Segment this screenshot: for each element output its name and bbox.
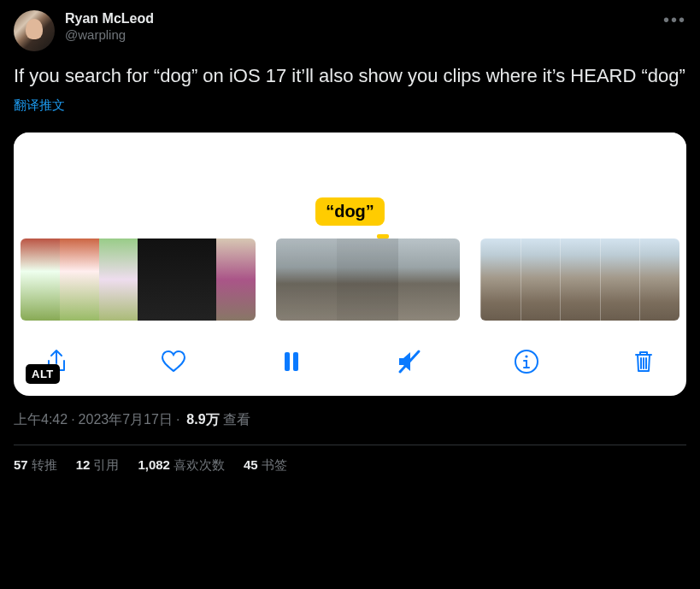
clip-frame [216,239,256,321]
likes-label: 喜欢次数 [174,457,225,472]
media-white-area [14,133,686,203]
svg-rect-1 [293,352,298,371]
svg-rect-0 [285,352,290,371]
clip-frame [138,239,177,321]
clip-frame [21,239,60,321]
trash-icon[interactable] [626,345,661,379]
clip-3[interactable] [480,239,679,321]
likes-num: 1,082 [138,457,170,472]
tweet-container: Ryan McLeod @warpling ••• If you search … [0,0,700,480]
tweet-time[interactable]: 上午4:42 [14,411,68,429]
media-toolbar [14,321,686,387]
clip-frame [521,239,561,321]
bookmarks-label: 书签 [262,457,287,472]
tweet-date[interactable]: 2023年7月17日 [79,411,173,429]
clip-frame [177,239,216,321]
retweets-num: 57 [14,457,28,472]
user-handle: @warpling [65,27,154,44]
views-count: 8.9万 [186,411,219,429]
translate-link[interactable]: 翻译推文 [14,97,65,114]
caption-chip-text: “dog” [315,197,385,226]
retweets-label: 转推 [32,457,57,472]
meta-sep: · [71,412,74,427]
views-label: 查看 [223,411,250,429]
quotes-num: 12 [76,457,91,472]
caption-marker [377,234,389,239]
tweet-meta: 上午4:42 · 2023年7月17日 · 8.9万 查看 [14,411,686,429]
clip-frame [560,239,600,321]
divider [14,445,686,445]
media-card: “dog” [14,133,686,396]
clip-1[interactable] [21,239,256,321]
clip-frame [600,239,640,321]
bookmarks-stat[interactable]: 45书签 [244,457,287,474]
clip-frame [639,239,679,321]
alt-badge[interactable]: ALT [26,364,60,384]
avatar[interactable] [14,10,55,51]
clip-frame [60,239,99,321]
clip-2[interactable] [276,239,460,321]
svg-point-4 [525,355,527,357]
clip-frame [99,239,138,321]
quotes-stat[interactable]: 12引用 [76,457,120,474]
clip-frame [337,239,398,321]
heart-icon[interactable] [156,345,191,379]
clip-frame [480,239,521,321]
stats-row: 57转推 12引用 1,082喜欢次数 45书签 [14,457,686,474]
info-icon[interactable] [509,345,544,379]
clip-frame [276,239,338,321]
more-options-icon[interactable]: ••• [663,10,686,30]
clip-frame [398,239,460,321]
user-block[interactable]: Ryan McLeod @warpling [65,10,154,44]
quotes-label: 引用 [93,457,119,472]
tweet-text: If you search for “dog” on iOS 17 it’ll … [14,63,686,89]
display-name: Ryan McLeod [65,10,154,27]
likes-stat[interactable]: 1,082喜欢次数 [138,457,225,474]
mute-icon[interactable] [391,345,426,379]
bookmarks-num: 45 [244,457,258,472]
pause-icon[interactable] [274,345,309,379]
filmstrip[interactable] [14,239,686,321]
meta-sep: · [176,412,179,427]
caption-chip: “dog” [14,197,686,226]
retweets-stat[interactable]: 57转推 [14,457,57,474]
tweet-header: Ryan McLeod @warpling ••• [14,10,686,51]
